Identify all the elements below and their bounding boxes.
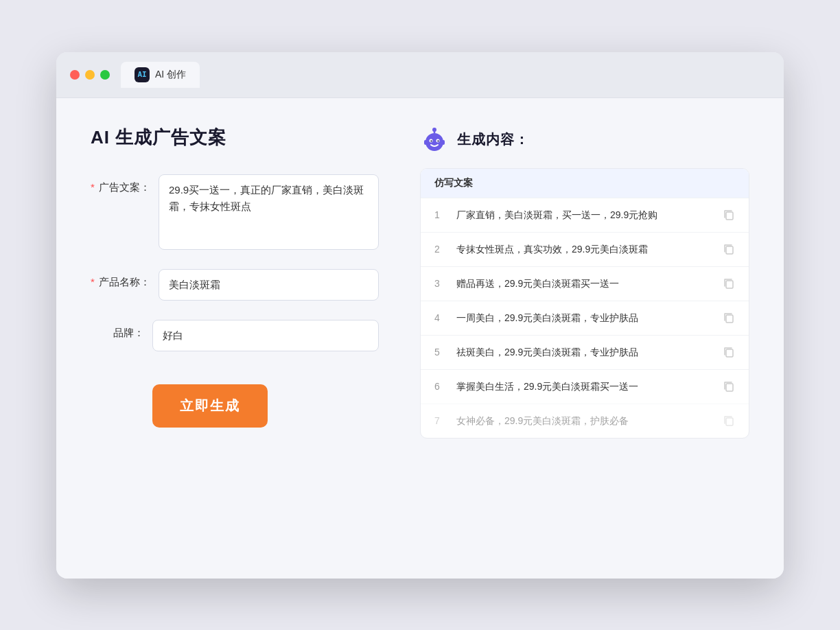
row-text: 女神必备，29.9元美白淡斑霜，护肤必备	[456, 414, 713, 428]
browser-window: AI AI 创作 AI 生成广告文案 * 广告文案： * 产品名称：	[56, 52, 784, 579]
tab-icon: AI	[135, 67, 150, 82]
svg-rect-14	[726, 384, 733, 391]
copy-icon[interactable]	[723, 243, 735, 255]
left-panel: AI 生成广告文案 * 广告文案： * 产品名称： 品牌	[91, 126, 379, 551]
ai-tab[interactable]: AI AI 创作	[121, 62, 200, 88]
close-button[interactable]	[70, 70, 80, 80]
copy-icon[interactable]	[723, 346, 735, 358]
content-area: AI 生成广告文案 * 广告文案： * 产品名称： 品牌	[56, 98, 784, 579]
copy-icon[interactable]	[723, 277, 735, 290]
generate-button[interactable]: 立即生成	[152, 384, 268, 428]
table-row: 3 赠品再送，29.9元美白淡斑霜买一送一	[421, 266, 749, 301]
row-number: 6	[434, 381, 447, 392]
required-mark: *	[91, 181, 95, 193]
svg-rect-11	[726, 281, 733, 288]
table-row: 2 专抹女性斑点，真实功效，29.9元美白淡斑霜	[421, 232, 749, 266]
traffic-lights	[70, 70, 110, 80]
svg-rect-10	[726, 246, 733, 254]
table-row: 1 厂家直销，美白淡斑霜，买一送一，29.9元抢购	[421, 198, 749, 232]
ad-copy-label: * 广告文案：	[91, 174, 159, 194]
minimize-button[interactable]	[85, 70, 95, 80]
result-table: 仿写文案 1 厂家直销，美白淡斑霜，买一送一，29.9元抢购 2 专抹女性斑点，…	[420, 168, 749, 439]
table-row: 7 女神必备，29.9元美白淡斑霜，护肤必备	[421, 404, 749, 438]
ad-copy-row: * 广告文案：	[91, 174, 379, 250]
row-number: 7	[434, 415, 447, 426]
row-text: 专抹女性斑点，真实功效，29.9元美白淡斑霜	[456, 242, 713, 257]
copy-icon[interactable]	[723, 312, 735, 324]
table-row: 4 一周美白，29.9元美白淡斑霜，专业护肤品	[421, 301, 749, 335]
svg-rect-15	[726, 418, 733, 425]
tab-label: AI 创作	[155, 69, 186, 81]
svg-point-6	[437, 140, 439, 141]
row-text: 厂家直销，美白淡斑霜，买一送一，29.9元抢购	[456, 208, 713, 222]
row-text: 祛斑美白，29.9元美白淡斑霜，专业护肤品	[456, 345, 713, 360]
svg-point-0	[425, 133, 443, 151]
brand-row: 品牌：	[91, 320, 379, 351]
svg-rect-7	[424, 140, 427, 145]
row-text: 一周美白，29.9元美白淡斑霜，专业护肤品	[456, 311, 713, 325]
row-number: 5	[434, 347, 447, 358]
bot-icon	[420, 126, 449, 154]
maximize-button[interactable]	[100, 70, 110, 80]
svg-rect-13	[726, 349, 733, 357]
page-title: AI 生成广告文案	[91, 126, 379, 150]
product-name-row: * 产品名称：	[91, 269, 379, 301]
row-text: 掌握美白生活，29.9元美白淡斑霜买一送一	[456, 380, 713, 394]
brand-input[interactable]	[152, 320, 379, 351]
row-text: 赠品再送，29.9元美白淡斑霜买一送一	[456, 277, 713, 291]
product-name-input[interactable]	[159, 269, 379, 301]
right-panel: 生成内容： 仿写文案 1 厂家直销，美白淡斑霜，买一送一，29.9元抢购 2 专…	[420, 126, 749, 551]
row-number: 1	[434, 209, 447, 220]
ad-copy-input[interactable]	[159, 174, 379, 250]
required-mark-2: *	[91, 276, 95, 288]
svg-point-2	[432, 128, 436, 132]
svg-rect-12	[726, 315, 733, 323]
svg-rect-8	[442, 140, 445, 145]
svg-point-5	[430, 140, 432, 141]
row-number: 2	[434, 244, 447, 255]
copy-icon[interactable]	[723, 415, 735, 427]
svg-rect-9	[726, 212, 733, 220]
row-number: 3	[434, 278, 447, 289]
product-name-label: * 产品名称：	[91, 269, 159, 289]
right-title: 生成内容：	[457, 130, 529, 149]
table-header: 仿写文案	[421, 169, 749, 198]
table-row: 6 掌握美白生活，29.9元美白淡斑霜买一送一	[421, 369, 749, 404]
copy-icon[interactable]	[723, 209, 735, 221]
title-bar: AI AI 创作	[56, 52, 784, 98]
right-header: 生成内容：	[420, 126, 749, 154]
copy-icon[interactable]	[723, 380, 735, 393]
brand-label: 品牌：	[91, 320, 152, 340]
table-row: 5 祛斑美白，29.9元美白淡斑霜，专业护肤品	[421, 335, 749, 369]
row-number: 4	[434, 312, 447, 323]
